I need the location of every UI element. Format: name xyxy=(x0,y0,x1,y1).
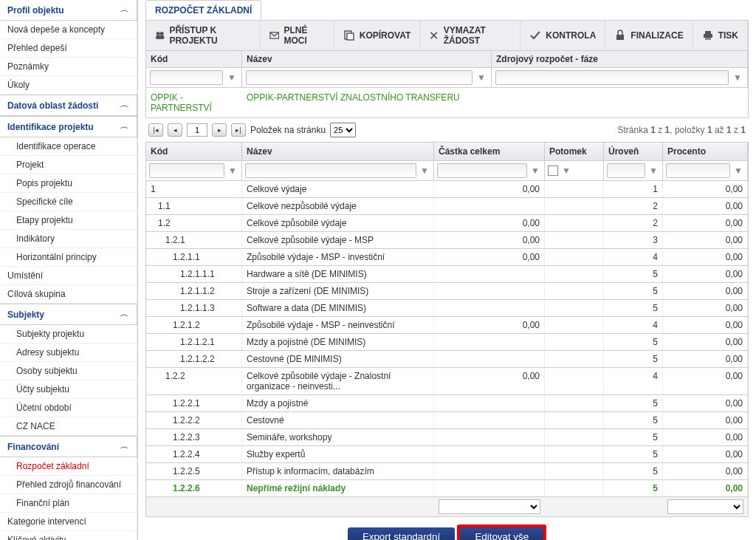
sidebar-item-klicove[interactable]: Klíčové aktivity xyxy=(0,531,137,540)
filter-icon[interactable]: ▼ xyxy=(529,165,541,177)
sidebar-item-subjekty-projektu[interactable]: Subjekty projektu xyxy=(0,325,137,344)
f1-zdroj-input[interactable] xyxy=(495,70,729,85)
sidebar-item-cilova[interactable]: Cílová skupina xyxy=(0,285,137,304)
filter-icon[interactable]: ▼ xyxy=(227,165,238,177)
gh-uroven[interactable]: Úroveň xyxy=(604,143,663,160)
filter-icon[interactable]: ▼ xyxy=(732,165,744,177)
sidebar-item-etapy[interactable]: Etapy projektu xyxy=(0,211,137,230)
cell-castka xyxy=(434,300,545,316)
section-profil[interactable]: Profil objektu ︿ xyxy=(0,0,137,21)
sidebar-item-umisteni[interactable]: Umístění xyxy=(0,267,137,285)
table-row[interactable]: 1.2.1Celkové způsobilé výdaje - MSP0,003… xyxy=(145,232,749,249)
sidebar-item-ukoly[interactable]: Úkoly xyxy=(0,76,137,95)
pager-page[interactable] xyxy=(187,123,207,137)
sidebar-item-horizont[interactable]: Horizontální principy xyxy=(0,248,137,267)
pager-next[interactable]: ▸ xyxy=(212,123,227,137)
gf-uroven[interactable] xyxy=(607,163,645,178)
filter-icon[interactable]: ▼ xyxy=(732,72,743,83)
gh-kod[interactable]: Kód xyxy=(146,143,242,160)
gh-castka[interactable]: Částka celkem xyxy=(434,143,545,160)
filter-icon[interactable]: ▼ xyxy=(647,165,659,177)
export-button[interactable]: Export standardní xyxy=(348,527,455,540)
section-subjekty[interactable]: Subjekty ︿ xyxy=(0,304,137,325)
sum-proc[interactable] xyxy=(667,499,743,514)
gf-nazev[interactable] xyxy=(245,163,416,178)
table-row[interactable]: 1.2.1.1.2Stroje a zařízení (DE MINIMIS)5… xyxy=(145,283,749,300)
table-row[interactable]: 1.2.1.1Způsobilé výdaje - MSP - investič… xyxy=(145,249,749,266)
tool-tisk[interactable]: TISK xyxy=(693,21,748,50)
sidebar-item-financni-plan[interactable]: Finanční plán xyxy=(0,494,137,513)
section-identifikace[interactable]: Identifikace projektu ︿ xyxy=(0,116,137,137)
table-row[interactable]: 1.2.1.2Způsobilé výdaje - MSP - neinvest… xyxy=(145,317,749,334)
table-row[interactable]: 1.2.2.1Mzdy a pojistné50,00 xyxy=(145,395,749,412)
sidebar-item-ucetni[interactable]: Účetní období xyxy=(0,399,137,417)
pager-size[interactable]: 25 xyxy=(330,123,356,137)
gh-potomek[interactable]: Potomek xyxy=(545,143,604,160)
gf-proc[interactable] xyxy=(666,163,730,178)
gh-proc[interactable]: Procento xyxy=(663,143,748,160)
sidebar-item-adresy[interactable]: Adresy subjektu xyxy=(0,344,137,362)
cell-castka xyxy=(434,266,545,282)
f1-zdroj[interactable]: Zdrojový rozpočet - fáze xyxy=(492,51,748,67)
table-row[interactable]: 1.2.1.2.2Cestovné (DE MINIMIS)50,00 xyxy=(145,351,749,368)
cell-uroven: 2 xyxy=(604,215,663,231)
tool-pristup[interactable]: PŘÍSTUP K PROJEKTU xyxy=(146,21,261,50)
tool-vymazat[interactable]: VYMAZAT ŽÁDOST xyxy=(420,21,520,50)
sidebar-item-identifikace-operace[interactable]: Identifikace operace xyxy=(0,137,137,156)
table-row[interactable]: 1.2.1.1.1Hardware a sítě (DE MINIMIS)50,… xyxy=(145,266,749,283)
cell-uroven: 5 xyxy=(604,334,663,350)
tool-kopirovat[interactable]: KOPÍROVAT xyxy=(334,21,421,50)
f1-nazev[interactable]: Název xyxy=(242,51,492,67)
sidebar-item-ucty[interactable]: Účty subjektu xyxy=(0,380,137,399)
sidebar-item-prehled-zdroju[interactable]: Přehled zdrojů financování xyxy=(0,476,137,494)
pager-last[interactable]: ▸| xyxy=(231,123,246,137)
sidebar-item-prehled-depesi[interactable]: Přehled depeší xyxy=(0,39,137,58)
table-row[interactable]: 1.2.1.1.3Software a data (DE MINIMIS)50,… xyxy=(145,300,749,317)
gf-potomek-check[interactable] xyxy=(548,165,558,176)
sidebar-item-indikatory[interactable]: Indikátory xyxy=(0,230,137,248)
cell-proc: 0,00 xyxy=(663,368,748,394)
table-row[interactable]: 1.2.2.3Semináře, workshopy50,00 xyxy=(145,429,749,446)
sidebar-item-cznace[interactable]: CZ NACE xyxy=(0,417,137,436)
pager-first[interactable]: |◂ xyxy=(148,123,163,137)
table-row[interactable]: 1.2Celkové způsobilé výdaje0,0020,00 xyxy=(145,215,749,232)
filter-icon[interactable]: ▼ xyxy=(560,165,572,177)
pager-prev[interactable]: ◂ xyxy=(168,123,182,137)
filter-icon[interactable]: ▼ xyxy=(419,165,430,177)
table-row[interactable]: 1.2.2.2Cestovné50,00 xyxy=(145,412,749,429)
sum-castka[interactable] xyxy=(439,499,540,514)
f1-kod[interactable]: Kód xyxy=(146,51,242,67)
sidebar-item-rozpocet[interactable]: Rozpočet základní xyxy=(0,457,137,476)
tool-plne-moci[interactable]: PLNÉ MOCI xyxy=(261,21,334,50)
table-row[interactable]: 1.1Celkové nezpůsobilé výdaje20,00 xyxy=(145,198,749,215)
gf-kod[interactable] xyxy=(149,163,224,178)
sidebar-item-specificke-cile[interactable]: Specifické cíle xyxy=(0,193,137,211)
table-row[interactable]: 1Celkové výdaje0,0010,00 xyxy=(145,181,749,198)
f1-nazev-input[interactable] xyxy=(246,70,472,85)
sidebar-item-nova-depese[interactable]: Nová depeše a koncepty xyxy=(0,21,137,39)
filter-icon[interactable]: ▼ xyxy=(475,72,487,83)
sidebar-item-osoby[interactable]: Osoby subjektu xyxy=(0,362,137,380)
table-row[interactable]: 1.2.2.5Přístup k informacím, databázím50… xyxy=(145,463,749,480)
sidebar-item-kategorie[interactable]: Kategorie intervencí xyxy=(0,513,137,531)
table-row[interactable]: 1.2.2.6Nepřímé režijní náklady50,00 xyxy=(145,480,749,497)
table-row[interactable]: 1.2.1.2.1Mzdy a pojistné (DE MINIMIS)50,… xyxy=(145,334,749,351)
sidebar-item-projekt[interactable]: Projekt xyxy=(0,156,137,174)
section-financovani[interactable]: Financování ︿ xyxy=(0,436,137,457)
section-datova-oblast[interactable]: Datová oblast žádosti ︿ xyxy=(0,95,137,116)
table-row[interactable]: 1.2.2.4Služby expertů50,00 xyxy=(145,446,749,463)
gf-castka[interactable] xyxy=(437,163,527,178)
filter-icon[interactable]: ▼ xyxy=(226,72,238,83)
green-row[interactable]: OPPIK - PARTNERSTVÍ OPPIK-PARTNERSTVÍ ZN… xyxy=(145,88,749,118)
tool-finalizace[interactable]: FINALIZACE xyxy=(605,21,693,50)
sidebar-item-poznamky[interactable]: Poznámky xyxy=(0,58,137,76)
tab-rozpocet[interactable]: ROZPOČET ZÁKLADNÍ xyxy=(145,0,261,20)
cell-nazev: Celkové výdaje xyxy=(242,181,434,197)
edit-all-button[interactable]: Editovat vše xyxy=(460,527,543,540)
cell-castka: 0,00 xyxy=(434,249,545,265)
gh-nazev[interactable]: Název xyxy=(242,143,434,160)
table-row[interactable]: 1.2.2Celkové způsobilé výdaje - Znalostn… xyxy=(145,368,749,395)
sidebar-item-popis[interactable]: Popis projektu xyxy=(0,174,137,193)
tool-kontrola[interactable]: KONTROLA xyxy=(520,21,605,50)
f1-kod-input[interactable] xyxy=(150,70,223,85)
